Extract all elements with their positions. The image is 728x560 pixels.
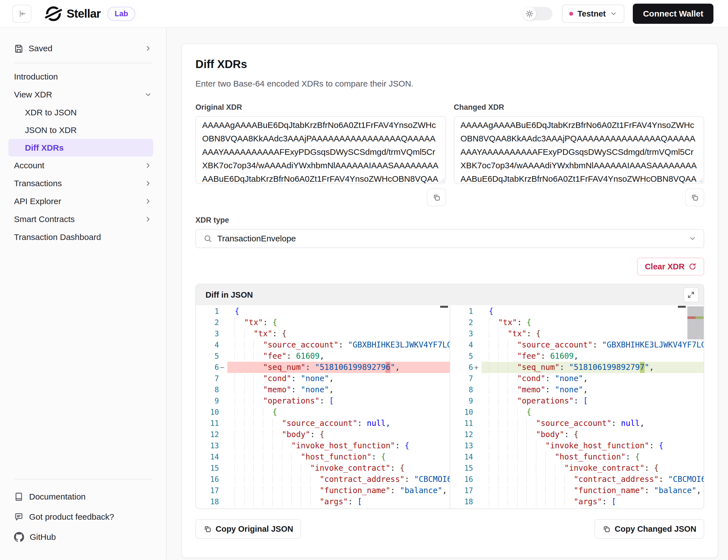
- copy-changed-json-label: Copy Changed JSON: [615, 524, 696, 534]
- diff-line: 9 "operations": [: [196, 395, 450, 407]
- sidebar-item-api-explorer[interactable]: API Explorer: [8, 192, 158, 210]
- sidebar-item-saved[interactable]: Saved: [8, 40, 158, 57]
- refresh-icon: [689, 263, 696, 270]
- sidebar-link-documentation[interactable]: Documentation: [8, 487, 158, 507]
- diff-line: 13 "invoke_host_function": {: [196, 440, 450, 451]
- original-xdr-field-wrap: AAAAAgAAAABuE6DqJtabKrzBfrNo6A0Zt1FrFAV4…: [195, 116, 446, 184]
- chevron-down-icon: [610, 10, 617, 17]
- clear-xdr-button[interactable]: Clear XDR: [637, 258, 704, 276]
- diff-line: 19 {: [450, 507, 704, 508]
- github-icon: [14, 532, 24, 542]
- sidebar-footer-divider: [14, 479, 152, 479]
- stellar-logo[interactable]: Stellar: [45, 5, 101, 22]
- copy-changed-json-button[interactable]: Copy Changed JSON: [594, 519, 704, 539]
- diff-editor: 1{2 "tx": {3 "tx": {4 "source_account": …: [196, 305, 704, 508]
- changed-xdr-input[interactable]: AAAAAgAAAABuE6DqJtabKrzBfrNo6A0Zt1FrFAV4…: [454, 116, 704, 184]
- sidebar-item-label: Saved: [29, 44, 52, 53]
- network-selector[interactable]: Testnet: [562, 4, 624, 23]
- stellar-logo-icon: [45, 5, 62, 22]
- diff-line: 17 "function_name": "balance",: [196, 485, 450, 496]
- sidebar-item-json-to-xdr[interactable]: JSON to XDR: [8, 121, 158, 139]
- diff-pane-original[interactable]: 1{2 "tx": {3 "tx": {4 "source_account": …: [196, 305, 450, 508]
- diff-line: 1{: [450, 306, 704, 317]
- theme-toggle-knob: [523, 7, 536, 20]
- save-icon: [14, 44, 24, 53]
- sidebar-item-xdr-to-json[interactable]: XDR to JSON: [8, 104, 158, 121]
- copy-original-json-button[interactable]: Copy Original JSON: [195, 519, 301, 539]
- diff-line: 17 "function_name": "balance",: [450, 485, 704, 496]
- diff-pane-changed[interactable]: 1{2 "tx": {3 "tx": {4 "source_account": …: [450, 305, 704, 508]
- sidebar-item-transactions[interactable]: Transactions: [8, 174, 158, 192]
- sidebar-item-transaction-dashboard[interactable]: Transaction Dashboard: [8, 228, 158, 246]
- chevron-right-icon: [144, 162, 152, 169]
- diff-line: 12 "body": {: [450, 429, 704, 440]
- diff-line: 10 {: [450, 407, 704, 418]
- connect-wallet-button[interactable]: Connect Wallet: [633, 4, 713, 24]
- diff-line: 15 "invoke_contract": {: [450, 463, 704, 474]
- collapse-sidebar-icon: [17, 9, 27, 18]
- sidebar-link-got-product-feedback[interactable]: Got product feedback?: [8, 507, 158, 527]
- xdr-type-select[interactable]: TransactionEnvelope: [195, 229, 704, 248]
- lab-badge: Lab: [107, 7, 135, 21]
- diff-line: 6+ "seq_num": "518106199892797",: [450, 362, 704, 373]
- chevron-right-icon: [144, 215, 152, 223]
- page-description: Enter two Base-64 encoded XDRs to compar…: [195, 79, 704, 88]
- collapse-sidebar-button[interactable]: [12, 5, 31, 23]
- chevron-down-icon: [144, 91, 152, 99]
- sidebar-item-introduction[interactable]: Introduction: [8, 68, 158, 86]
- chevron-right-icon: [144, 179, 152, 187]
- sidebar-footer: DocumentationGot product feedback?GitHub: [8, 473, 158, 547]
- changed-xdr-label: Changed XDR: [454, 103, 704, 112]
- diff-line: 14 "host_function": {: [196, 451, 450, 463]
- diff-line: 1{: [196, 306, 450, 317]
- diff-line: 8 "memo": "none",: [450, 384, 704, 395]
- copy-changed-xdr-button[interactable]: [685, 188, 704, 206]
- diff-line: 12 "body": {: [196, 429, 450, 440]
- diff-line: 4 "source_account": "GBXBHIHKE3LJWKV4YF7…: [450, 339, 704, 351]
- copy-icon: [203, 525, 212, 533]
- top-header: Stellar Lab Testnet Connect Wallet: [0, 0, 728, 28]
- diff-line: 2 "tx": {: [196, 317, 450, 328]
- copy-original-xdr-button[interactable]: [427, 188, 446, 206]
- clear-xdr-label: Clear XDR: [645, 262, 685, 271]
- diff-xdrs-card: Diff XDRs Enter two Base-64 encoded XDRs…: [181, 43, 718, 558]
- expand-diff-button[interactable]: [683, 287, 699, 302]
- diff-line: 3 "tx": {: [450, 328, 704, 339]
- sidebar-footer-links: DocumentationGot product feedback?GitHub: [8, 487, 158, 547]
- diff-json-panel: Diff in JSON 1{2 "tx": {3 "tx": {4 "sour…: [195, 284, 704, 509]
- sidebar-divider: [14, 63, 152, 63]
- diff-line: 5 "fee": 61609,: [450, 351, 704, 362]
- xdr-type-value: TransactionEnvelope: [217, 234, 296, 243]
- diff-line: 11 "source_account": null,: [450, 418, 704, 429]
- page-title: Diff XDRs: [195, 58, 704, 71]
- search-icon: [203, 234, 212, 243]
- sidebar-item-smart-contracts[interactable]: Smart Contracts: [8, 210, 158, 228]
- diff-line: 16 "contract_address": "CBCMOI6PQ2ZQXB",: [450, 474, 704, 485]
- diff-line: 16 "contract_address": "CBCMOI6PQ2ZQXB",: [196, 474, 450, 485]
- diff-line: 11 "source_account": null,: [196, 418, 450, 429]
- diff-line: 8 "memo": "none",: [196, 384, 450, 395]
- sidebar-link-github[interactable]: GitHub: [8, 527, 158, 547]
- diff-line: 7 "cond": "none",: [450, 373, 704, 384]
- diff-json-title: Diff in JSON: [206, 290, 253, 300]
- book-icon: [14, 492, 24, 501]
- sidebar-item-account[interactable]: Account: [8, 157, 158, 174]
- main-area: Diff XDRs Enter two Base-64 encoded XDRs…: [167, 28, 728, 559]
- original-xdr-input[interactable]: AAAAAgAAAABuE6DqJtabKrzBfrNo6A0Zt1FrFAV4…: [195, 116, 446, 184]
- feedback-icon: [14, 512, 24, 522]
- brand-name: Stellar: [67, 7, 101, 20]
- network-name: Testnet: [577, 9, 606, 18]
- fullscreen-icon: [687, 291, 695, 299]
- sun-icon: [525, 10, 534, 18]
- sidebar-item-diff-xdrs[interactable]: Diff XDRs: [8, 139, 153, 157]
- sidebar-item-view-xdr[interactable]: View XDR: [8, 86, 158, 104]
- chevron-right-icon: [144, 197, 152, 205]
- diff-line: 7 "cond": "none",: [196, 373, 450, 384]
- diff-line: 13 "invoke_host_function": {: [450, 440, 704, 451]
- diff-line: 4 "source_account": "GBXBHIHKE3LJWKV4YF7…: [196, 339, 450, 351]
- diff-line: 3 "tx": {: [196, 328, 450, 339]
- copy-icon: [690, 193, 699, 202]
- diff-line: 2 "tx": {: [450, 317, 704, 328]
- sidebar-nav: IntroductionView XDRXDR to JSONJSON to X…: [8, 68, 158, 246]
- theme-toggle[interactable]: [523, 7, 552, 20]
